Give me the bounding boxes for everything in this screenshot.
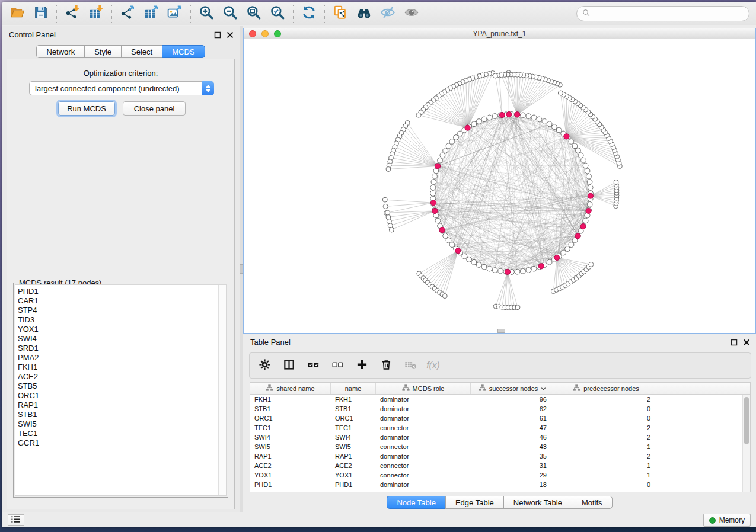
duplicate-network-button[interactable]: [328, 4, 352, 24]
table-cell[interactable]: connector: [376, 423, 471, 432]
table-row[interactable]: ACE2ACE2connector311: [250, 461, 750, 470]
apply-layout-button[interactable]: [297, 4, 321, 24]
zoom-in-button[interactable]: [194, 4, 218, 24]
first-neighbors-button[interactable]: [352, 4, 376, 24]
zoom-out-button[interactable]: [218, 4, 242, 24]
table-row[interactable]: FKH1FKH1dominator962: [250, 395, 750, 404]
table-cell[interactable]: dominator: [376, 404, 471, 414]
table-cell[interactable]: ACE2: [331, 461, 376, 470]
table-cell[interactable]: RAP1: [250, 451, 331, 461]
table-cell[interactable]: connector: [376, 470, 471, 480]
result-node-item[interactable]: CAR1: [18, 296, 226, 306]
search-input[interactable]: [594, 9, 744, 19]
float-icon[interactable]: [213, 31, 221, 39]
run-mcds-button[interactable]: Run MCDS: [58, 101, 115, 116]
result-node-item[interactable]: PHD1: [18, 287, 226, 296]
result-node-item[interactable]: TID3: [18, 315, 226, 325]
table-cell[interactable]: 31: [471, 461, 554, 470]
column-manager-button[interactable]: [281, 358, 296, 373]
column-header-successor-nodes[interactable]: successor nodes: [471, 383, 554, 394]
table-cell[interactable]: STB1: [250, 404, 331, 414]
criterion-dropdown[interactable]: largest connected component (undirected): [29, 81, 214, 95]
result-node-item[interactable]: STB1: [18, 410, 226, 419]
import-table-button[interactable]: [84, 4, 108, 24]
table-cell[interactable]: PHD1: [331, 480, 376, 489]
settings-button[interactable]: [257, 358, 272, 373]
memory-button[interactable]: Memory: [703, 514, 751, 527]
table-row[interactable]: ORC1ORC1dominator610: [250, 414, 750, 423]
table-cell[interactable]: 0: [554, 404, 658, 414]
tab-edge-table[interactable]: Edge Table: [445, 496, 503, 509]
tab-network[interactable]: Network: [36, 45, 84, 58]
table-cell[interactable]: dominator: [376, 414, 471, 423]
table-cell[interactable]: SWI5: [331, 442, 376, 451]
deselect-all-button[interactable]: [330, 358, 345, 373]
table-cell[interactable]: YOX1: [331, 470, 376, 480]
table-cell[interactable]: 61: [471, 414, 554, 423]
result-scrollbar[interactable]: [218, 285, 226, 495]
import-network-button[interactable]: [60, 4, 84, 24]
close-panel-button[interactable]: Close panel: [123, 101, 186, 116]
result-node-item[interactable]: STP4: [18, 306, 226, 315]
table-cell[interactable]: SWI5: [250, 442, 331, 451]
tab-node-table[interactable]: Node Table: [387, 496, 445, 509]
table-cell[interactable]: 18: [471, 480, 554, 489]
table-cell[interactable]: ACE2: [250, 461, 331, 470]
close-icon[interactable]: [226, 31, 234, 39]
table-cell[interactable]: FKH1: [250, 395, 331, 404]
close-icon[interactable]: [742, 338, 750, 346]
table-cell[interactable]: connector: [376, 461, 471, 470]
table-cell[interactable]: PHD1: [250, 480, 331, 489]
result-node-item[interactable]: YOX1: [18, 325, 226, 334]
result-node-item[interactable]: SWI4: [18, 334, 226, 344]
table-cell[interactable]: 0: [554, 480, 658, 489]
table-cell[interactable]: dominator: [376, 395, 471, 404]
table-cell[interactable]: 47: [471, 423, 554, 432]
export-image-button[interactable]: [163, 4, 187, 24]
tab-style[interactable]: Style: [84, 45, 121, 58]
scrollbar-thumb[interactable]: [744, 397, 749, 444]
table-cell[interactable]: RAP1: [331, 451, 376, 461]
table-cell[interactable]: 2: [554, 423, 658, 432]
table-cell[interactable]: 1: [554, 470, 658, 480]
tab-motifs[interactable]: Motifs: [572, 496, 613, 509]
table-cell[interactable]: 2: [554, 451, 658, 461]
table-cell[interactable]: 2: [554, 432, 658, 442]
column-header-shared-name[interactable]: shared name: [250, 383, 331, 394]
table-cell[interactable]: 29: [471, 470, 554, 480]
table-cell[interactable]: 0: [554, 414, 658, 423]
result-node-item[interactable]: SRD1: [18, 344, 226, 353]
table-row[interactable]: SWI5SWI5connector431: [250, 442, 750, 451]
table-cell[interactable]: STB1: [331, 404, 376, 414]
open-folder-button[interactable]: [5, 4, 29, 24]
table-cell[interactable]: 46: [471, 432, 554, 442]
table-cell[interactable]: dominator: [376, 480, 471, 489]
table-row[interactable]: STB1STB1dominator620: [250, 404, 750, 414]
table-row[interactable]: PHD1PHD1dominator180: [250, 480, 750, 489]
result-node-item[interactable]: ACE2: [18, 372, 226, 382]
network-titlebar[interactable]: YPA_prune.txt_1: [244, 28, 755, 39]
save-session-button[interactable]: [29, 4, 53, 24]
table-row[interactable]: TEC1TEC1connector472: [250, 423, 750, 432]
table-cell[interactable]: YOX1: [250, 470, 331, 480]
network-graph[interactable]: [244, 39, 755, 333]
float-icon[interactable]: [730, 338, 738, 346]
result-node-item[interactable]: TEC1: [18, 429, 226, 438]
zoom-selected-button[interactable]: [266, 4, 289, 24]
table-cell[interactable]: dominator: [376, 451, 471, 461]
column-header-predecessor-nodes[interactable]: predecessor nodes: [554, 383, 658, 394]
add-column-button[interactable]: [354, 358, 369, 373]
table-scrollbar[interactable]: [742, 395, 750, 492]
result-node-item[interactable]: ORC1: [18, 391, 226, 400]
table-cell[interactable]: 43: [471, 442, 554, 451]
tab-mcds[interactable]: MCDS: [162, 45, 205, 58]
export-network-button[interactable]: [116, 4, 139, 24]
horizontal-splitter-handle[interactable]: [497, 329, 505, 333]
tab-network-table[interactable]: Network Table: [503, 496, 572, 509]
table-cell[interactable]: ORC1: [250, 414, 331, 423]
delete-column-button[interactable]: [378, 358, 394, 373]
show-panels-button[interactable]: [8, 514, 24, 526]
result-node-item[interactable]: RAP1: [18, 400, 226, 410]
table-cell[interactable]: 1: [554, 461, 658, 470]
column-header-name[interactable]: name: [331, 383, 376, 394]
